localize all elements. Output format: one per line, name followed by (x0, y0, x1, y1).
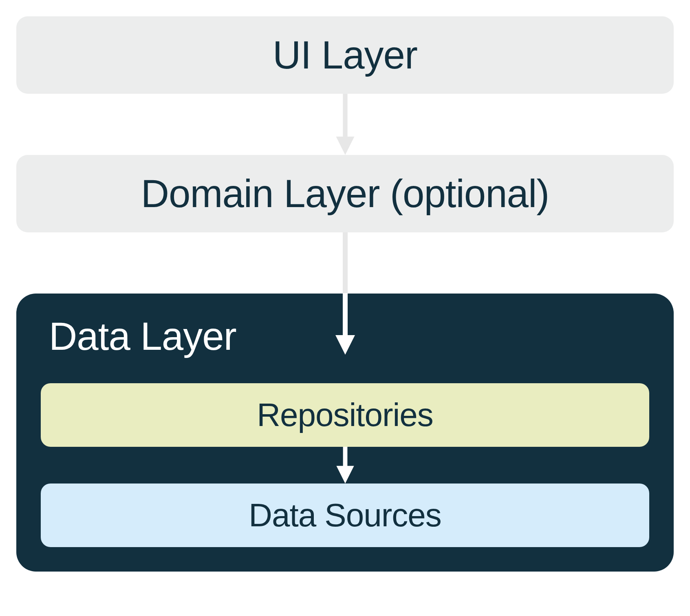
ui-layer-label: UI Layer (273, 33, 417, 77)
svg-marker-1 (336, 137, 354, 155)
svg-marker-7 (336, 466, 354, 484)
svg-marker-5 (335, 335, 355, 355)
data-sources-label: Data Sources (249, 497, 441, 533)
arrow-repositories-to-sources (41, 447, 649, 484)
repositories-box: Repositories (41, 383, 649, 447)
ui-layer-box: UI Layer (16, 16, 674, 94)
architecture-diagram: UI Layer Domain Layer (optional) Data La… (16, 16, 674, 572)
arrow-down-icon (333, 94, 357, 155)
domain-layer-label: Domain Layer (optional) (141, 172, 549, 215)
arrow-ui-to-domain (16, 94, 674, 155)
domain-layer-box: Domain Layer (optional) (16, 155, 674, 232)
data-layer-container: Data Layer Repositories Data Sources (16, 294, 674, 572)
repositories-label: Repositories (257, 397, 433, 433)
data-sources-box: Data Sources (41, 484, 649, 547)
arrow-down-icon (333, 447, 357, 484)
arrow-into-repositories-icon (333, 232, 357, 355)
